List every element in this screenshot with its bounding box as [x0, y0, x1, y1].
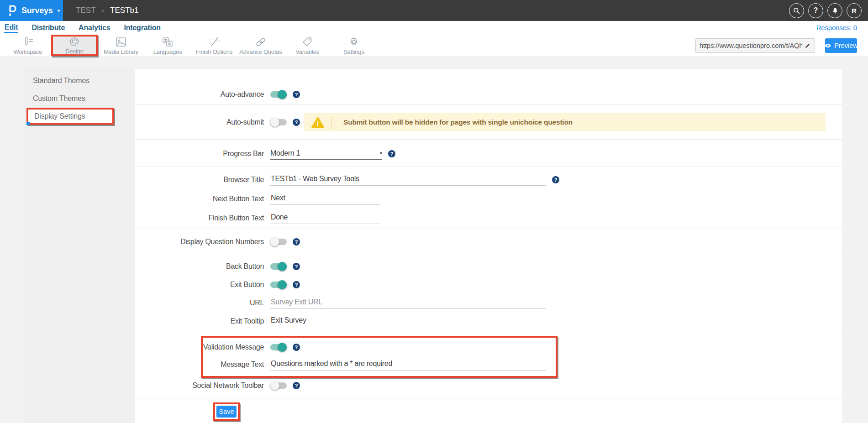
progress-bar-row: Progress Bar Modern 1 ▾ ?	[135, 145, 842, 163]
exit-url-input[interactable]	[270, 297, 546, 309]
help-icon[interactable]: ?	[808, 3, 823, 18]
toolbar-item-advance-quotas[interactable]: Advance Quotas	[237, 34, 284, 57]
auto-submit-help-icon[interactable]: ?	[293, 119, 300, 126]
media-image-icon	[115, 36, 127, 47]
auto-advance-toggle[interactable]	[270, 91, 287, 98]
social-network-toolbar-help-icon[interactable]: ?	[293, 382, 300, 389]
display-question-numbers-help-icon[interactable]: ?	[293, 238, 300, 245]
exit-tooltip-label: Exit Tooltip	[135, 317, 264, 325]
chevron-down-icon: ▾	[58, 8, 60, 14]
back-button-help-icon[interactable]: ?	[293, 263, 300, 270]
message-text-row: Message Text	[203, 356, 556, 373]
tab-analytics[interactable]: Analytics	[78, 23, 110, 32]
toolbar-item-media-library[interactable]: Media Library	[98, 34, 144, 57]
browser-title-label: Browser Title	[135, 176, 264, 184]
magic-wand-icon	[208, 36, 220, 47]
next-button-text-input[interactable]	[270, 193, 380, 205]
toolbar-item-workspace[interactable]: Workspace	[5, 34, 51, 57]
toolbar-item-languages[interactable]: Languages	[144, 34, 191, 57]
social-network-toolbar-toggle[interactable]	[270, 382, 287, 389]
app-header: Surveys ▾ TEST > TESTb1 ? R	[0, 0, 868, 21]
exit-tooltip-input[interactable]	[270, 315, 546, 327]
progress-bar-help-icon[interactable]: ?	[388, 150, 395, 157]
display-question-numbers-label: Display Question Numbers	[135, 238, 264, 246]
survey-tabbar: Edit Distribute Analytics Integration Re…	[0, 21, 868, 34]
edit-url-pencil-icon[interactable]	[805, 42, 811, 49]
survey-url-box	[695, 38, 815, 53]
back-button-toggle[interactable]	[270, 263, 287, 270]
exit-tooltip-row: Exit Tooltip	[135, 313, 842, 330]
product-name: Surveys	[21, 6, 53, 16]
breadcrumb-survey-name[interactable]: TESTb1	[110, 6, 138, 15]
social-network-toolbar-label: Social Network Toolbar	[135, 381, 264, 390]
exit-button-label: Exit Button	[135, 281, 264, 289]
browser-title-input[interactable]	[270, 174, 546, 186]
toolbar-item-variables[interactable]: Variables	[284, 34, 331, 57]
tab-distribute[interactable]: Distribute	[31, 23, 65, 32]
auto-submit-label: Auto-submit	[135, 118, 264, 126]
message-text-label: Message Text	[203, 360, 264, 369]
sidebar-item-standard-themes[interactable]: Standard Themes	[25, 72, 135, 89]
progress-bar-select[interactable]: Modern 1 ▾	[270, 148, 382, 160]
exit-button-help-icon[interactable]: ?	[293, 281, 300, 288]
exit-url-label: URL	[135, 299, 264, 307]
avatar[interactable]: R	[847, 3, 862, 18]
auto-advance-label: Auto-advance	[135, 90, 264, 99]
workspace-icon	[22, 36, 34, 47]
browser-title-help-icon[interactable]: ?	[552, 176, 559, 183]
edit-toolbar: Workspace Design Media Library Languages	[0, 34, 868, 57]
breadcrumb-folder[interactable]: TEST	[76, 6, 95, 15]
validation-message-toggle[interactable]	[270, 344, 287, 350]
tab-edit[interactable]: Edit	[4, 22, 18, 33]
chain-link-icon	[255, 36, 267, 47]
auto-advance-row: Auto-advance ?	[135, 86, 842, 103]
validation-annotation-box: Validation Message ? Message Text	[201, 336, 558, 378]
display-question-numbers-row: Display Question Numbers ?	[135, 233, 842, 251]
exit-button-row: Exit Button ?	[135, 276, 842, 293]
notifications-bell-icon[interactable]	[827, 3, 842, 18]
exit-url-row: URL	[135, 294, 842, 312]
sidebar-item-custom-themes[interactable]: Custom Themes	[25, 89, 135, 107]
validation-message-label: Validation Message	[203, 343, 264, 351]
design-content: Standard Themes Custom Themes Display Se…	[0, 57, 868, 423]
tag-icon	[301, 36, 313, 47]
design-sidebar: Standard Themes Custom Themes Display Se…	[25, 69, 135, 423]
message-text-input[interactable]	[270, 359, 546, 371]
next-button-text-label: Next Button Text	[135, 195, 264, 203]
toolbar-item-finish-options[interactable]: Finish Options	[191, 34, 237, 57]
responses-count[interactable]: Responses: 0	[816, 24, 857, 31]
active-item-marker	[26, 122, 30, 125]
translate-icon	[162, 36, 174, 47]
auto-submit-toggle[interactable]	[270, 119, 287, 125]
sidebar-item-display-settings[interactable]: Display Settings	[26, 108, 114, 125]
surveys-menu[interactable]: Surveys ▾	[0, 0, 63, 21]
select-caret-icon: ▾	[380, 150, 382, 156]
toolbar-item-design[interactable]: Design	[51, 35, 98, 56]
display-question-numbers-toggle[interactable]	[270, 239, 287, 245]
breadcrumb-separator-icon: >	[101, 7, 105, 14]
validation-message-row: Validation Message ?	[203, 339, 556, 356]
validation-message-help-icon[interactable]: ?	[293, 344, 300, 351]
survey-url-input[interactable]	[700, 42, 802, 49]
auto-advance-help-icon[interactable]: ?	[293, 91, 300, 98]
tab-integration[interactable]: Integration	[123, 23, 161, 32]
design-palette-icon	[68, 36, 80, 47]
save-annotation-box: Save	[213, 402, 240, 421]
svg-text:!: !	[317, 120, 319, 127]
finish-button-text-label: Finish Button Text	[135, 214, 264, 222]
warning-text: Submit button will be hidden for pages w…	[331, 118, 573, 126]
warning-triangle-icon: !	[304, 116, 331, 129]
exit-button-toggle[interactable]	[270, 282, 287, 288]
search-icon[interactable]	[789, 3, 804, 18]
eye-icon	[824, 43, 831, 48]
back-button-label: Back Button	[135, 262, 264, 271]
back-button-row: Back Button ?	[135, 258, 842, 275]
finish-button-text-input[interactable]	[270, 212, 380, 224]
browser-title-row: Browser Title ?	[135, 171, 842, 189]
auto-submit-row: Auto-submit ? ! Submit button will be hi…	[135, 113, 842, 131]
questionpro-logo-icon	[6, 4, 17, 17]
save-button[interactable]: Save	[216, 406, 237, 418]
preview-button[interactable]: Preview	[825, 38, 857, 53]
toolbar-item-settings[interactable]: Settings	[331, 34, 377, 57]
header-actions: ? R	[789, 0, 868, 21]
